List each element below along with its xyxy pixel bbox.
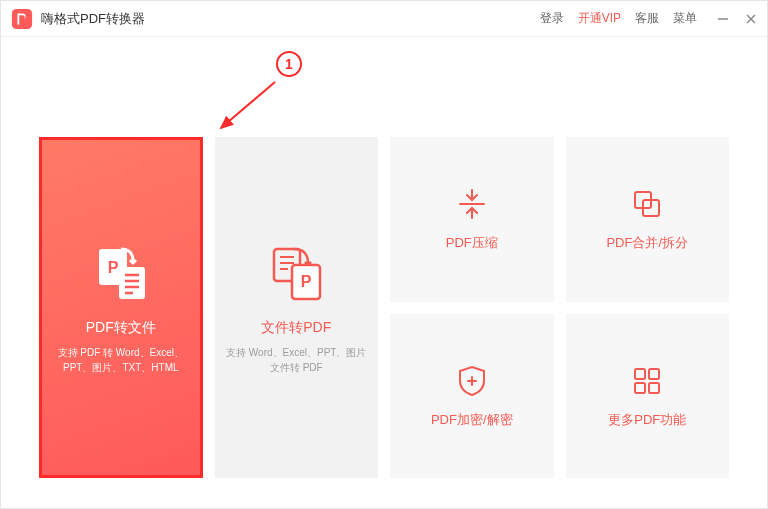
card-title: PDF转文件 [86,319,156,337]
card-pdf-to-file[interactable]: P PDF转文件 支持 PDF 转 Word、Excel、PPT、图片、TXT、… [39,137,203,478]
window-controls [717,13,757,25]
close-icon[interactable] [745,13,757,25]
app-logo-icon [11,8,33,30]
nav-vip[interactable]: 开通VIP [578,10,621,27]
card-grid: P PDF转文件 支持 PDF 转 Word、Excel、PPT、图片、TXT、… [1,37,767,508]
nav-links: 登录 开通VIP 客服 菜单 [540,10,697,27]
card-title: PDF加密/解密 [431,411,513,429]
app-title: 嗨格式PDF转换器 [41,10,145,28]
nav-menu[interactable]: 菜单 [673,10,697,27]
file-to-pdf-icon: P [264,241,328,305]
card-file-to-pdf[interactable]: P 文件转PDF 支持 Word、Excel、PPT、图片文件转 PDF [215,137,379,478]
svg-line-4 [221,82,275,128]
card-title: 更多PDF功能 [608,411,686,429]
svg-text:P: P [107,259,118,276]
card-desc: 支持 PDF 转 Word、Excel、PPT、图片、TXT、HTML [42,345,200,375]
card-pdf-merge-split[interactable]: PDF合并/拆分 [566,137,730,302]
card-title: PDF合并/拆分 [606,234,688,252]
svg-rect-0 [12,8,32,28]
card-pdf-compress[interactable]: PDF压缩 [390,137,554,302]
shield-icon [454,363,490,399]
nav-support[interactable]: 客服 [635,10,659,27]
card-pdf-encrypt[interactable]: PDF加密/解密 [390,314,554,479]
annotation-arrow-icon [213,76,283,136]
svg-text:P: P [301,273,312,290]
annotation-step-marker: 1 [276,51,302,77]
merge-split-icon [629,186,665,222]
compress-icon [454,186,490,222]
nav-login[interactable]: 登录 [540,10,564,27]
pdf-to-file-icon: P [89,241,153,305]
annotation-step-number: 1 [285,56,293,72]
grid-icon [629,363,665,399]
svg-rect-26 [649,369,659,379]
card-desc: 支持 Word、Excel、PPT、图片文件转 PDF [215,345,379,375]
card-title: PDF压缩 [446,234,498,252]
titlebar: 嗨格式PDF转换器 登录 开通VIP 客服 菜单 [1,1,767,37]
card-more-features[interactable]: 更多PDF功能 [566,314,730,479]
card-title: 文件转PDF [261,319,331,337]
svg-rect-28 [649,383,659,393]
minimize-icon[interactable] [717,13,729,25]
svg-rect-25 [635,369,645,379]
svg-rect-27 [635,383,645,393]
